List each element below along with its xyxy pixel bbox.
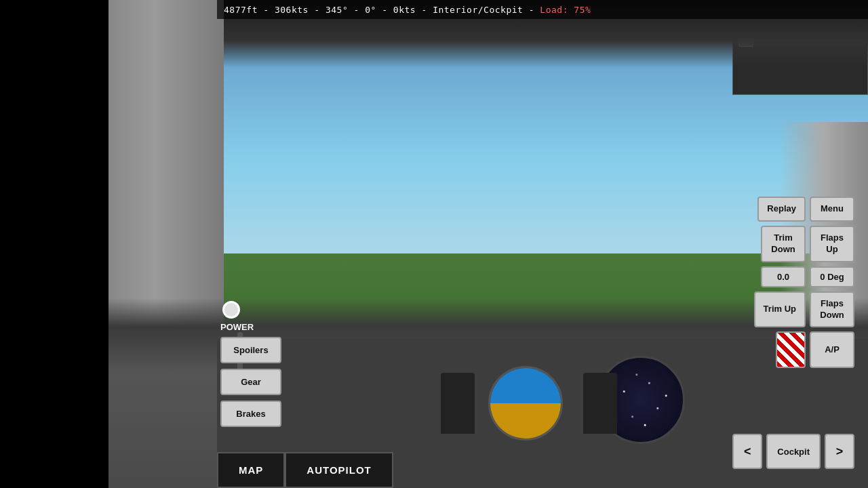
- hud-bar: 4877ft - 306kts - 345° - 0° - 0kts - Int…: [217, 0, 868, 19]
- cockpit-nav-row: < Cockpit >: [732, 434, 854, 469]
- row-ap: A/P: [739, 331, 854, 368]
- ap-striped-indicator: [776, 331, 806, 368]
- next-view-button[interactable]: >: [825, 434, 854, 469]
- row-replay-menu: Replay Menu: [739, 197, 854, 222]
- flaps-up-button[interactable]: Flaps Up: [810, 226, 854, 262]
- hud-speed: 306kts: [275, 5, 309, 15]
- power-label: POWER: [220, 322, 254, 332]
- ai-sky: [490, 368, 561, 403]
- hud-view: Interior/Cockpit: [433, 5, 523, 15]
- left-border: [0, 0, 108, 488]
- hud-status: 4877ft - 306kts - 345° - 0° - 0kts - Int…: [224, 5, 591, 15]
- hud-heading: 345°: [326, 5, 348, 15]
- row-values: 0.0 0 Deg: [739, 266, 854, 287]
- trim-up-button[interactable]: Trim Up: [754, 291, 806, 328]
- gear-button[interactable]: Gear: [220, 369, 281, 395]
- left-controls-panel: Spoilers Gear Brakes: [220, 337, 281, 427]
- flaps-value: 0 Deg: [810, 266, 854, 287]
- replay-button[interactable]: Replay: [757, 197, 806, 222]
- bottom-nav: MAP AUTOPILOT: [217, 452, 393, 488]
- controls-panel: Replay Menu Trim Down Flaps Up 0.0 0 Deg…: [739, 197, 854, 368]
- brakes-button[interactable]: Brakes: [220, 401, 281, 427]
- yoke-left: [441, 373, 475, 434]
- row-trim-up-flaps-down: Trim Up Flaps Down: [739, 291, 854, 328]
- trim-value: 0.0: [761, 266, 806, 287]
- menu-button[interactable]: Menu: [810, 197, 854, 222]
- autopilot-button[interactable]: AUTOPILOT: [285, 452, 393, 488]
- prev-view-button[interactable]: <: [732, 434, 762, 469]
- power-indicator: [222, 301, 240, 319]
- cockpit-button[interactable]: Cockpit: [766, 434, 821, 469]
- map-button[interactable]: MAP: [217, 452, 285, 488]
- hud-altitude: 4877ft: [224, 5, 258, 15]
- flaps-down-button[interactable]: Flaps Down: [810, 291, 854, 328]
- hud-groundspeed: 0kts: [393, 5, 416, 15]
- spoilers-button[interactable]: Spoilers: [220, 337, 281, 363]
- trim-down-button[interactable]: Trim Down: [761, 226, 806, 262]
- hud-load-label: Load:: [540, 5, 568, 15]
- hud-load-value: 75%: [574, 5, 591, 15]
- sim-viewport: 4877ft - 306kts - 345° - 0° - 0kts - Int…: [108, 0, 868, 488]
- ap-button[interactable]: A/P: [810, 331, 854, 368]
- ai-ground: [490, 403, 561, 439]
- hud-pitch: 0°: [365, 5, 376, 15]
- row-trim-flaps: Trim Down Flaps Up: [739, 226, 854, 262]
- attitude-indicator: [488, 366, 563, 441]
- yoke-right: [583, 373, 617, 434]
